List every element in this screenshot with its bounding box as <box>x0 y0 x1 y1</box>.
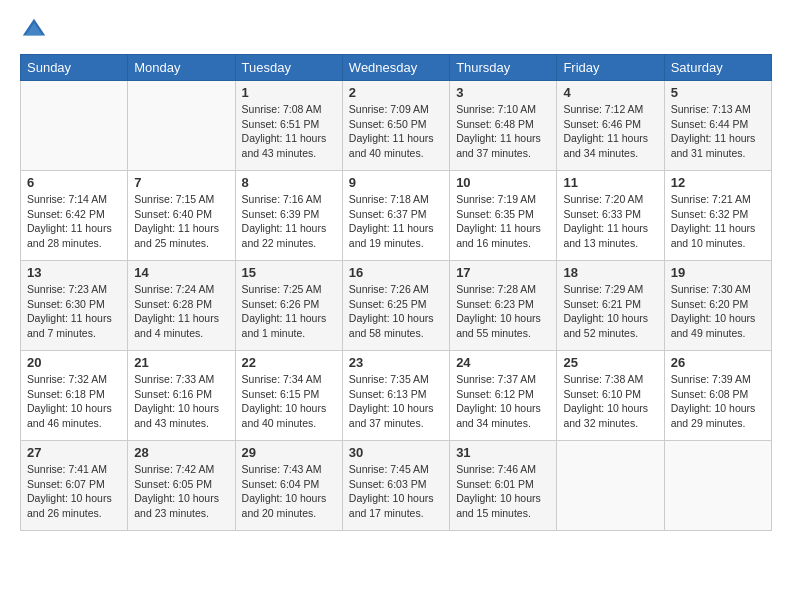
day-number: 29 <box>242 445 336 460</box>
day-info: Sunrise: 7:38 AMSunset: 6:10 PMDaylight:… <box>563 372 657 431</box>
day-info: Sunrise: 7:32 AMSunset: 6:18 PMDaylight:… <box>27 372 121 431</box>
day-number: 25 <box>563 355 657 370</box>
day-info: Sunrise: 7:24 AMSunset: 6:28 PMDaylight:… <box>134 282 228 341</box>
day-info: Sunrise: 7:29 AMSunset: 6:21 PMDaylight:… <box>563 282 657 341</box>
day-info: Sunrise: 7:21 AMSunset: 6:32 PMDaylight:… <box>671 192 765 251</box>
day-of-week-header: Friday <box>557 55 664 81</box>
calendar-day-cell: 4Sunrise: 7:12 AMSunset: 6:46 PMDaylight… <box>557 81 664 171</box>
day-number: 24 <box>456 355 550 370</box>
day-info: Sunrise: 7:10 AMSunset: 6:48 PMDaylight:… <box>456 102 550 161</box>
day-number: 9 <box>349 175 443 190</box>
calendar-week-row: 20Sunrise: 7:32 AMSunset: 6:18 PMDayligh… <box>21 351 772 441</box>
calendar-day-cell: 24Sunrise: 7:37 AMSunset: 6:12 PMDayligh… <box>450 351 557 441</box>
day-number: 28 <box>134 445 228 460</box>
day-info: Sunrise: 7:12 AMSunset: 6:46 PMDaylight:… <box>563 102 657 161</box>
day-number: 15 <box>242 265 336 280</box>
day-info: Sunrise: 7:20 AMSunset: 6:33 PMDaylight:… <box>563 192 657 251</box>
day-of-week-header: Wednesday <box>342 55 449 81</box>
day-number: 10 <box>456 175 550 190</box>
day-info: Sunrise: 7:08 AMSunset: 6:51 PMDaylight:… <box>242 102 336 161</box>
day-number: 17 <box>456 265 550 280</box>
day-number: 1 <box>242 85 336 100</box>
day-number: 22 <box>242 355 336 370</box>
day-number: 18 <box>563 265 657 280</box>
day-info: Sunrise: 7:30 AMSunset: 6:20 PMDaylight:… <box>671 282 765 341</box>
calendar-day-cell: 6Sunrise: 7:14 AMSunset: 6:42 PMDaylight… <box>21 171 128 261</box>
calendar-day-cell: 26Sunrise: 7:39 AMSunset: 6:08 PMDayligh… <box>664 351 771 441</box>
calendar-day-cell: 10Sunrise: 7:19 AMSunset: 6:35 PMDayligh… <box>450 171 557 261</box>
day-info: Sunrise: 7:23 AMSunset: 6:30 PMDaylight:… <box>27 282 121 341</box>
calendar-day-cell: 5Sunrise: 7:13 AMSunset: 6:44 PMDaylight… <box>664 81 771 171</box>
day-number: 8 <box>242 175 336 190</box>
day-number: 26 <box>671 355 765 370</box>
calendar-day-cell: 16Sunrise: 7:26 AMSunset: 6:25 PMDayligh… <box>342 261 449 351</box>
calendar-day-cell: 12Sunrise: 7:21 AMSunset: 6:32 PMDayligh… <box>664 171 771 261</box>
day-of-week-header: Saturday <box>664 55 771 81</box>
day-number: 16 <box>349 265 443 280</box>
day-of-week-header: Monday <box>128 55 235 81</box>
day-number: 21 <box>134 355 228 370</box>
day-info: Sunrise: 7:35 AMSunset: 6:13 PMDaylight:… <box>349 372 443 431</box>
day-of-week-header: Tuesday <box>235 55 342 81</box>
day-info: Sunrise: 7:46 AMSunset: 6:01 PMDaylight:… <box>456 462 550 521</box>
day-number: 30 <box>349 445 443 460</box>
day-info: Sunrise: 7:39 AMSunset: 6:08 PMDaylight:… <box>671 372 765 431</box>
day-number: 13 <box>27 265 121 280</box>
calendar-day-cell: 30Sunrise: 7:45 AMSunset: 6:03 PMDayligh… <box>342 441 449 531</box>
calendar-day-cell: 7Sunrise: 7:15 AMSunset: 6:40 PMDaylight… <box>128 171 235 261</box>
page-header <box>20 16 772 44</box>
day-number: 31 <box>456 445 550 460</box>
day-number: 20 <box>27 355 121 370</box>
day-number: 11 <box>563 175 657 190</box>
day-info: Sunrise: 7:26 AMSunset: 6:25 PMDaylight:… <box>349 282 443 341</box>
day-number: 12 <box>671 175 765 190</box>
calendar-day-cell: 18Sunrise: 7:29 AMSunset: 6:21 PMDayligh… <box>557 261 664 351</box>
day-info: Sunrise: 7:37 AMSunset: 6:12 PMDaylight:… <box>456 372 550 431</box>
calendar-day-cell: 3Sunrise: 7:10 AMSunset: 6:48 PMDaylight… <box>450 81 557 171</box>
calendar-week-row: 1Sunrise: 7:08 AMSunset: 6:51 PMDaylight… <box>21 81 772 171</box>
calendar-day-cell <box>128 81 235 171</box>
day-info: Sunrise: 7:16 AMSunset: 6:39 PMDaylight:… <box>242 192 336 251</box>
day-of-week-header: Sunday <box>21 55 128 81</box>
day-info: Sunrise: 7:33 AMSunset: 6:16 PMDaylight:… <box>134 372 228 431</box>
day-info: Sunrise: 7:15 AMSunset: 6:40 PMDaylight:… <box>134 192 228 251</box>
calendar-day-cell: 29Sunrise: 7:43 AMSunset: 6:04 PMDayligh… <box>235 441 342 531</box>
calendar-day-cell: 9Sunrise: 7:18 AMSunset: 6:37 PMDaylight… <box>342 171 449 261</box>
day-info: Sunrise: 7:13 AMSunset: 6:44 PMDaylight:… <box>671 102 765 161</box>
calendar-day-cell: 25Sunrise: 7:38 AMSunset: 6:10 PMDayligh… <box>557 351 664 441</box>
calendar-day-cell: 31Sunrise: 7:46 AMSunset: 6:01 PMDayligh… <box>450 441 557 531</box>
day-info: Sunrise: 7:34 AMSunset: 6:15 PMDaylight:… <box>242 372 336 431</box>
day-info: Sunrise: 7:09 AMSunset: 6:50 PMDaylight:… <box>349 102 443 161</box>
calendar-day-cell <box>21 81 128 171</box>
day-info: Sunrise: 7:14 AMSunset: 6:42 PMDaylight:… <box>27 192 121 251</box>
day-number: 6 <box>27 175 121 190</box>
day-info: Sunrise: 7:45 AMSunset: 6:03 PMDaylight:… <box>349 462 443 521</box>
day-info: Sunrise: 7:28 AMSunset: 6:23 PMDaylight:… <box>456 282 550 341</box>
calendar-day-cell: 2Sunrise: 7:09 AMSunset: 6:50 PMDaylight… <box>342 81 449 171</box>
calendar-day-cell: 28Sunrise: 7:42 AMSunset: 6:05 PMDayligh… <box>128 441 235 531</box>
calendar-day-cell: 23Sunrise: 7:35 AMSunset: 6:13 PMDayligh… <box>342 351 449 441</box>
calendar-day-cell: 1Sunrise: 7:08 AMSunset: 6:51 PMDaylight… <box>235 81 342 171</box>
day-number: 4 <box>563 85 657 100</box>
day-number: 19 <box>671 265 765 280</box>
day-number: 7 <box>134 175 228 190</box>
calendar-day-cell: 13Sunrise: 7:23 AMSunset: 6:30 PMDayligh… <box>21 261 128 351</box>
day-info: Sunrise: 7:18 AMSunset: 6:37 PMDaylight:… <box>349 192 443 251</box>
calendar-table: SundayMondayTuesdayWednesdayThursdayFrid… <box>20 54 772 531</box>
day-number: 27 <box>27 445 121 460</box>
calendar-day-cell <box>664 441 771 531</box>
day-of-week-header: Thursday <box>450 55 557 81</box>
calendar-day-cell: 14Sunrise: 7:24 AMSunset: 6:28 PMDayligh… <box>128 261 235 351</box>
day-info: Sunrise: 7:43 AMSunset: 6:04 PMDaylight:… <box>242 462 336 521</box>
logo <box>20 16 52 44</box>
calendar-day-cell: 21Sunrise: 7:33 AMSunset: 6:16 PMDayligh… <box>128 351 235 441</box>
calendar-week-row: 6Sunrise: 7:14 AMSunset: 6:42 PMDaylight… <box>21 171 772 261</box>
calendar-day-cell <box>557 441 664 531</box>
day-number: 3 <box>456 85 550 100</box>
calendar-day-cell: 15Sunrise: 7:25 AMSunset: 6:26 PMDayligh… <box>235 261 342 351</box>
logo-icon <box>20 16 48 44</box>
calendar-day-cell: 27Sunrise: 7:41 AMSunset: 6:07 PMDayligh… <box>21 441 128 531</box>
calendar-week-row: 13Sunrise: 7:23 AMSunset: 6:30 PMDayligh… <box>21 261 772 351</box>
day-info: Sunrise: 7:25 AMSunset: 6:26 PMDaylight:… <box>242 282 336 341</box>
day-number: 23 <box>349 355 443 370</box>
